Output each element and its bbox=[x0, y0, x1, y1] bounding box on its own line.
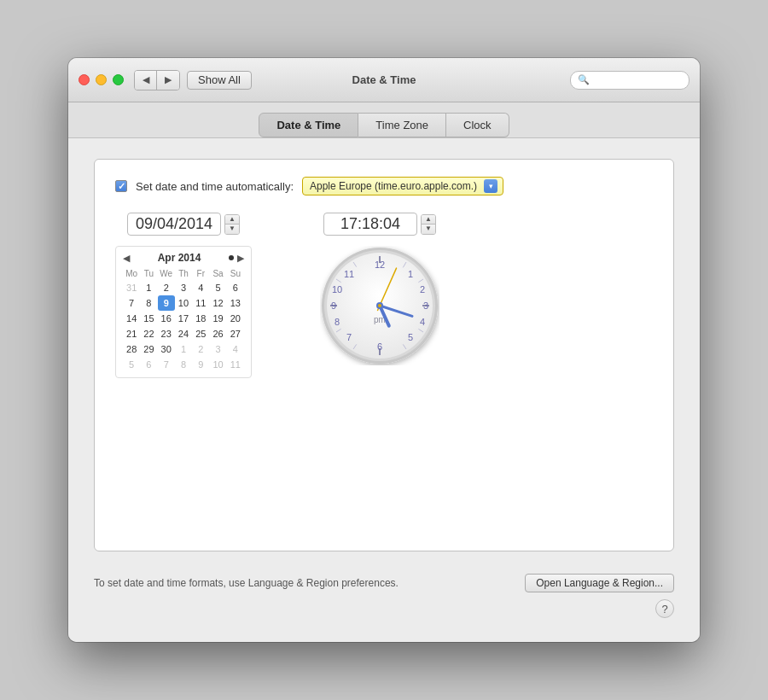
table-row[interactable]: 4 bbox=[227, 341, 244, 357]
svg-text:12: 12 bbox=[375, 260, 385, 270]
cal-header-tu: Tu bbox=[140, 267, 157, 280]
svg-text:9: 9 bbox=[331, 300, 336, 311]
time-increment-button[interactable]: ▲ bbox=[422, 215, 435, 225]
calendar-header: ◀ Apr 2014 ▶ bbox=[123, 252, 244, 264]
search-icon: 🔍 bbox=[578, 74, 590, 85]
cal-header-fr: Fr bbox=[192, 267, 209, 280]
calendar-next-button[interactable]: ▶ bbox=[237, 253, 244, 264]
table-row[interactable]: 7 bbox=[158, 357, 175, 372]
table-row[interactable]: 26 bbox=[209, 326, 226, 341]
svg-text:11: 11 bbox=[344, 269, 354, 279]
tab-clock[interactable]: Clock bbox=[446, 113, 509, 137]
table-row[interactable]: 9 bbox=[158, 295, 175, 311]
bottom-bar: To set date and time formats, use Langua… bbox=[94, 565, 674, 592]
svg-text:10: 10 bbox=[332, 284, 342, 295]
table-row[interactable]: 1 bbox=[140, 280, 157, 295]
table-row[interactable]: 10 bbox=[175, 295, 192, 311]
open-language-region-button[interactable]: Open Language & Region... bbox=[525, 574, 674, 592]
table-row[interactable]: 9 bbox=[192, 357, 209, 372]
table-row[interactable]: 31 bbox=[123, 280, 140, 295]
table-row[interactable]: 5 bbox=[209, 280, 226, 295]
date-display[interactable]: 09/04/2014 bbox=[127, 213, 221, 236]
table-row[interactable]: 8 bbox=[140, 295, 157, 311]
table-row[interactable]: 14 bbox=[123, 311, 140, 326]
table-row[interactable]: 21 bbox=[123, 326, 140, 341]
table-row[interactable]: 7 bbox=[123, 295, 140, 311]
datetime-row: 09/04/2014 ▲ ▼ ◀ Apr 2014 ▶ bbox=[115, 213, 653, 378]
svg-text:6: 6 bbox=[377, 341, 382, 352]
main-window: ◀ ▶ Show All Date & Time 🔍 Date & Time T… bbox=[68, 58, 700, 642]
table-row[interactable]: 1 bbox=[175, 341, 192, 357]
window-title: Date & Time bbox=[352, 73, 416, 86]
table-row[interactable]: 12 bbox=[209, 295, 226, 311]
table-row[interactable]: 6 bbox=[140, 357, 157, 372]
clock-container: 12 1 2 3 4 5 6 7 8 9 10 bbox=[320, 246, 439, 365]
table-row[interactable]: 3 bbox=[209, 341, 226, 357]
table-row[interactable]: 10 bbox=[209, 357, 226, 372]
date-decrement-button[interactable]: ▼ bbox=[225, 225, 239, 234]
nav-buttons: ◀ ▶ bbox=[134, 70, 180, 90]
server-value: Apple Europe (time.euro.apple.com.) bbox=[310, 180, 477, 192]
search-box[interactable]: 🔍 bbox=[570, 71, 689, 90]
footer-info-text: To set date and time formats, use Langua… bbox=[94, 577, 399, 589]
table-row[interactable]: 20 bbox=[227, 311, 244, 326]
table-row[interactable]: 24 bbox=[175, 326, 192, 341]
inner-panel: ✓ Set date and time automatically: Apple… bbox=[94, 159, 674, 551]
table-row[interactable]: 27 bbox=[227, 326, 244, 341]
table-row[interactable]: 28 bbox=[123, 341, 140, 357]
table-row[interactable]: 5 bbox=[123, 357, 140, 372]
date-section: 09/04/2014 ▲ ▼ ◀ Apr 2014 ▶ bbox=[115, 213, 252, 378]
titlebar: ◀ ▶ Show All Date & Time 🔍 bbox=[68, 58, 700, 102]
svg-text:1: 1 bbox=[408, 269, 413, 279]
table-row[interactable]: 30 bbox=[158, 341, 175, 357]
search-input[interactable] bbox=[593, 74, 682, 86]
table-row[interactable]: 11 bbox=[192, 295, 209, 311]
cal-header-su: Su bbox=[227, 267, 244, 280]
time-display[interactable]: 17:18:04 bbox=[323, 213, 417, 236]
auto-time-row: ✓ Set date and time automatically: Apple… bbox=[115, 177, 653, 195]
svg-text:8: 8 bbox=[335, 317, 340, 327]
table-row[interactable]: 3 bbox=[175, 280, 192, 295]
table-row[interactable]: 29 bbox=[140, 341, 157, 357]
svg-text:2: 2 bbox=[420, 284, 425, 295]
table-row[interactable]: 2 bbox=[192, 341, 209, 357]
table-row[interactable]: 4 bbox=[192, 280, 209, 295]
svg-text:3: 3 bbox=[423, 300, 428, 311]
table-row[interactable]: 18 bbox=[192, 311, 209, 326]
clock-center-inner bbox=[378, 304, 381, 307]
table-row[interactable]: 13 bbox=[227, 295, 244, 311]
close-button[interactable] bbox=[79, 74, 90, 85]
table-row[interactable]: 15 bbox=[140, 311, 157, 326]
table-row[interactable]: 19 bbox=[209, 311, 226, 326]
dropdown-arrow-icon: ▾ bbox=[484, 179, 497, 193]
back-button[interactable]: ◀ bbox=[135, 71, 157, 90]
time-stepper: ▲ ▼ bbox=[421, 214, 436, 235]
calendar: ◀ Apr 2014 ▶ Mo Tu We Th bbox=[115, 246, 252, 378]
auto-time-checkbox[interactable]: ✓ bbox=[115, 180, 127, 192]
table-row[interactable]: 16 bbox=[158, 311, 175, 326]
table-row[interactable]: 6 bbox=[227, 280, 244, 295]
forward-button[interactable]: ▶ bbox=[157, 71, 179, 90]
calendar-prev-button[interactable]: ◀ bbox=[123, 253, 130, 264]
table-row[interactable]: 8 bbox=[175, 357, 192, 372]
analog-clock: 12 1 2 3 4 5 6 7 8 9 10 bbox=[320, 246, 439, 365]
table-row[interactable]: 11 bbox=[227, 357, 244, 372]
table-row[interactable]: 2 bbox=[158, 280, 175, 295]
server-dropdown[interactable]: Apple Europe (time.euro.apple.com.) ▾ bbox=[302, 177, 503, 195]
table-row[interactable]: 25 bbox=[192, 326, 209, 341]
help-button[interactable]: ? bbox=[655, 599, 674, 618]
date-increment-button[interactable]: ▲ bbox=[225, 215, 239, 225]
table-row[interactable]: 17 bbox=[175, 311, 192, 326]
show-all-button[interactable]: Show All bbox=[187, 71, 252, 90]
maximize-button[interactable] bbox=[113, 74, 124, 85]
footer-row: ? bbox=[94, 592, 674, 621]
calendar-dot-icon bbox=[229, 255, 234, 260]
tab-date-time[interactable]: Date & Time bbox=[259, 113, 358, 137]
calendar-grid: Mo Tu We Th Fr Sa Su 3112345678 bbox=[123, 267, 244, 372]
minimize-button[interactable] bbox=[96, 74, 107, 85]
time-decrement-button[interactable]: ▼ bbox=[422, 225, 435, 234]
table-row[interactable]: 22 bbox=[140, 326, 157, 341]
tab-time-zone[interactable]: Time Zone bbox=[358, 113, 446, 137]
table-row[interactable]: 23 bbox=[158, 326, 175, 341]
tabs-bar: Date & Time Time Zone Clock bbox=[68, 102, 700, 138]
